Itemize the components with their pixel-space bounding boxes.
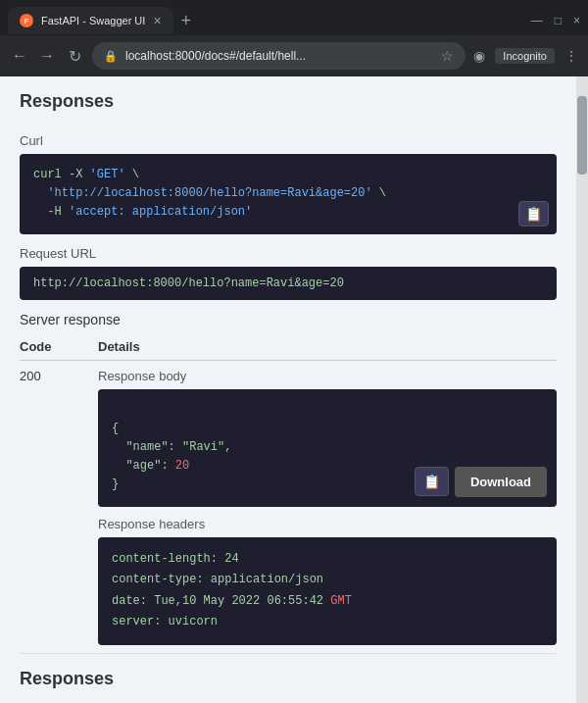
scrollbar-thumb[interactable] [577, 96, 587, 175]
responses-table: Code Description Links 200 Successful Re… [20, 695, 557, 703]
toolbar-icons: ◉ Incognito ⋮ [473, 48, 578, 64]
minimize-button[interactable]: — [531, 14, 543, 27]
response-body-label: Response body [98, 369, 557, 383]
tab-close-btn[interactable]: × [153, 13, 161, 28]
curl-code-text: curl -X 'GET' \ 'http://localhost:8000/h… [33, 166, 543, 223]
address-bar[interactable]: 🔒 localhost:8000/docs#/default/hell... ☆ [92, 42, 466, 70]
tab-title: FastAPI - Swagger UI [41, 15, 145, 26]
window-controls: — □ × [531, 14, 580, 27]
response-action-buttons: 📋 Download [415, 467, 547, 497]
title-bar: F FastAPI - Swagger UI × + — □ × [0, 0, 588, 35]
header-content-type: content-type: application/json [112, 570, 543, 591]
back-button[interactable]: ← [10, 47, 29, 65]
responses-links-header: Links [439, 695, 557, 703]
address-text: localhost:8000/docs#/default/hell... [125, 49, 306, 63]
curl-code-block: curl -X 'GET' \ 'http://localhost:8000/h… [20, 154, 557, 234]
response-details-cell: Response body { "name": "Ravi", "age": 2… [98, 360, 557, 653]
tab-favicon: F [20, 14, 33, 27]
code-header: Code [20, 333, 98, 361]
header-date: date: Tue,10 May 2022 06:55:42 GMT [112, 591, 543, 613]
response-headers-label: Response headers [98, 517, 557, 531]
content-area: Responses Curl curl -X 'GET' \ 'http://l… [0, 76, 576, 703]
menu-button[interactable]: ⋮ [564, 48, 578, 64]
new-tab-button[interactable]: + [181, 11, 192, 31]
response-table: Code Details 200 Response body { "name":… [20, 333, 557, 654]
close-button[interactable]: × [573, 14, 580, 27]
responses-section-title: Responses [20, 669, 557, 689]
header-server: server: uvicorn [112, 612, 543, 633]
download-button[interactable]: Download [455, 467, 547, 497]
responses-code-header: Code [20, 695, 98, 703]
refresh-button[interactable]: ↻ [65, 47, 84, 66]
response-headers-block: content-length: 24 content-type: applica… [98, 537, 557, 645]
forward-button[interactable]: → [37, 47, 57, 65]
lock-icon: 🔒 [104, 50, 118, 63]
request-url-label: Request URL [20, 246, 557, 261]
scrollbar[interactable] [576, 76, 588, 703]
curl-label: Curl [20, 133, 557, 148]
copy-curl-button[interactable]: 📋 [518, 201, 549, 226]
maximize-button[interactable]: □ [555, 14, 562, 27]
responses-desc-header: Description [98, 695, 439, 703]
extensions-icon[interactable]: ◉ [473, 48, 485, 64]
copy-response-button[interactable]: 📋 [415, 467, 449, 496]
browser-chrome: F FastAPI - Swagger UI × + — □ × ← → ↻ 🔒… [0, 0, 588, 76]
response-body-block: { "name": "Ravi", "age": 20 } 📋 Download [98, 389, 557, 507]
server-response-label: Server response [20, 312, 557, 327]
responses-section-header: Responses [20, 76, 557, 122]
page-content: Responses Curl curl -X 'GET' \ 'http://l… [0, 76, 588, 703]
browser-tab[interactable]: F FastAPI - Swagger UI × [8, 7, 173, 34]
response-code-cell: 200 [20, 360, 98, 653]
request-url-text: http://localhost:8000/hello?name=Ravi&ag… [33, 276, 344, 290]
header-content-length: content-length: 24 [112, 549, 543, 571]
details-header: Details [98, 333, 557, 361]
incognito-badge: Incognito [495, 48, 555, 64]
bookmark-icon[interactable]: ☆ [441, 48, 454, 64]
table-row: 200 Response body { "name": "Ravi", "age… [20, 360, 557, 653]
address-bar-row: ← → ↻ 🔒 localhost:8000/docs#/default/hel… [0, 35, 588, 76]
request-url-block: http://localhost:8000/hello?name=Ravi&ag… [20, 267, 557, 300]
